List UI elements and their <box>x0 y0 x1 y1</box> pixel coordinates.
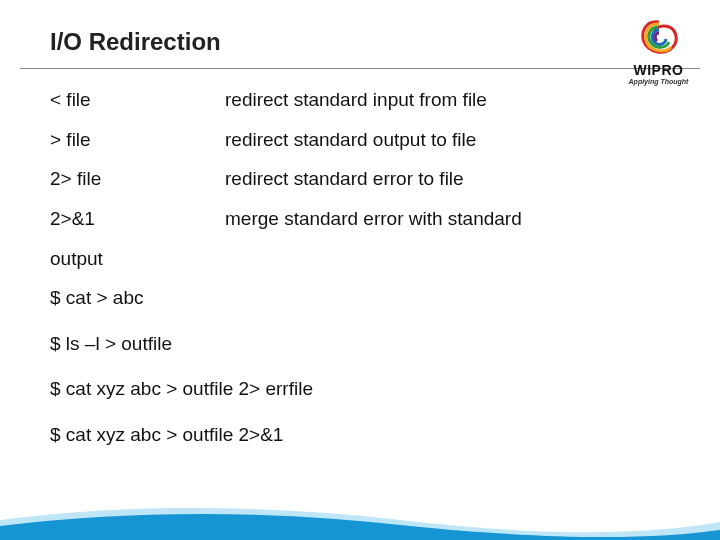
desc-cell: redirect standard input from file <box>225 87 680 113</box>
footer-wave-decoration <box>0 502 720 540</box>
redirect-row: 2>&1 merge standard error with standard <box>50 206 680 232</box>
logo-brand-text: WIPRO <box>621 62 696 78</box>
examples-block: $ cat > abc $ ls –l > outfile $ cat xyz … <box>50 285 680 448</box>
trailing-word: output <box>50 246 680 272</box>
slide-content: < file redirect standard input from file… <box>0 69 720 448</box>
desc-cell: redirect standard error to file <box>225 166 680 192</box>
page-title: I/O Redirection <box>50 28 720 56</box>
example-line: $ cat > abc <box>50 285 680 311</box>
syntax-cell: > file <box>50 127 225 153</box>
syntax-cell: 2> file <box>50 166 225 192</box>
logo-tagline: Applying Thought <box>621 78 696 85</box>
redirect-row: 2> file redirect standard error to file <box>50 166 680 192</box>
brand-logo: WIPRO Applying Thought <box>621 18 696 85</box>
syntax-cell: 2>&1 <box>50 206 225 232</box>
desc-cell: merge standard error with standard <box>225 206 680 232</box>
example-line: $ ls –l > outfile <box>50 331 680 357</box>
slide-header: I/O Redirection WIPRO Applying Thought <box>0 0 720 64</box>
example-line: $ cat xyz abc > outfile 2> errfile <box>50 376 680 402</box>
example-line: $ cat xyz abc > outfile 2>&1 <box>50 422 680 448</box>
redirect-row: > file redirect standard output to file <box>50 127 680 153</box>
desc-cell: redirect standard output to file <box>225 127 680 153</box>
redirect-row: < file redirect standard input from file <box>50 87 680 113</box>
logo-swirl-icon <box>634 18 684 60</box>
syntax-cell: < file <box>50 87 225 113</box>
